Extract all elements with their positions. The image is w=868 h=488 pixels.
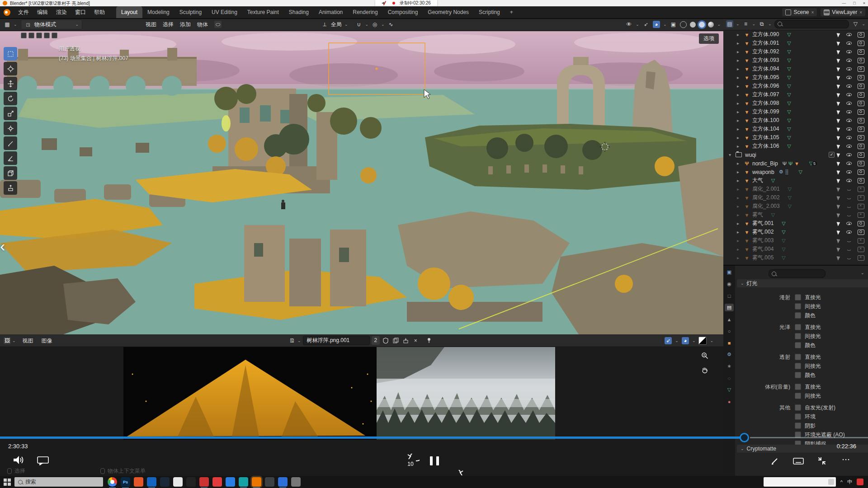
visibility-eye-icon[interactable] — [846, 169, 852, 175]
edit-pencil-button[interactable] — [770, 456, 779, 467]
move-tool[interactable] — [4, 77, 17, 90]
workspace-tab[interactable]: Rendering — [348, 6, 382, 18]
topbar-menu[interactable]: 文件 — [14, 6, 33, 18]
pass-checkbox[interactable] — [795, 422, 801, 429]
scale-tool[interactable] — [4, 107, 17, 120]
viewport-menu[interactable]: 选择 — [163, 21, 174, 28]
zoom-icon[interactable] — [700, 351, 710, 361]
object-name[interactable]: 腐化_2.001 — [752, 185, 780, 193]
outliner-row[interactable]: ▼ Ψ weaponb ΨΨ▼ ⚙⣿ ▽ ✓ — [723, 168, 868, 176]
taskbar-app-icon[interactable] — [186, 477, 196, 487]
selectability-icon[interactable] — [837, 212, 841, 218]
workspace-tab[interactable]: Layout — [116, 6, 142, 18]
visibility-eye-icon[interactable] — [846, 92, 852, 98]
image-editor-menu[interactable]: 图像 — [38, 335, 57, 347]
visibility-eye-icon[interactable] — [846, 40, 852, 46]
expand-caret-icon[interactable] — [729, 152, 735, 157]
workspace-tab[interactable]: Shading — [284, 6, 314, 18]
outliner-row[interactable]: ▼ Ψ 雾气.002 ΨΨ▼ ⚙⣿ ▽ ✓ — [723, 228, 868, 236]
editor-chooser-icon[interactable]: ▣ — [725, 268, 734, 276]
object-name[interactable]: 立方体.106 — [752, 142, 779, 150]
fake-user-shield-icon[interactable] — [382, 337, 390, 345]
selectability-icon[interactable] — [837, 101, 841, 106]
selectability-icon[interactable] — [837, 238, 841, 244]
render-visibility-camera-icon[interactable] — [858, 204, 864, 209]
mode-options-icon[interactable]: ⬭ — [214, 21, 222, 28]
object-name[interactable]: 大气 — [752, 177, 763, 184]
workspace-tab[interactable]: Animation — [314, 6, 348, 18]
properties-tab-icon[interactable]: ∗ — [725, 362, 734, 370]
expand-caret-icon[interactable] — [737, 221, 743, 226]
taskbar-app-icon[interactable] — [199, 477, 209, 487]
ime-candidate-box[interactable] — [764, 477, 836, 487]
editor-type-chevron[interactable]: ⌄ — [14, 22, 17, 27]
pass-checkbox[interactable] — [795, 342, 801, 348]
visibility-eye-icon[interactable] — [846, 109, 852, 115]
window-control-button[interactable]: — — [842, 0, 846, 6]
image-preview[interactable] — [123, 347, 555, 440]
viewlayer-selector[interactable]: ViewLayer × — [821, 8, 865, 16]
selectability-icon[interactable] — [837, 152, 841, 158]
xray-toggle-icon[interactable]: ▣ — [670, 21, 677, 28]
selectability-icon[interactable] — [837, 49, 841, 55]
selectability-icon[interactable] — [837, 127, 841, 132]
options-button[interactable]: 选项 — [699, 33, 719, 44]
window-control-button[interactable]: × — [863, 0, 865, 6]
visibility-eye-icon[interactable] — [846, 255, 852, 261]
pass-checkbox[interactable] — [795, 372, 801, 378]
render-visibility-camera-icon[interactable] — [858, 144, 864, 149]
taskbar-app-icon[interactable] — [173, 477, 183, 487]
filter-funnel-icon[interactable]: ▽ — [852, 20, 859, 28]
object-name[interactable]: 立方体.105 — [752, 134, 779, 141]
visibility-eye-icon[interactable] — [846, 152, 852, 158]
render-visibility-camera-icon[interactable] — [858, 230, 864, 235]
object-name[interactable]: 立方体.097 — [752, 91, 779, 99]
outliner-row[interactable]: ▼ Ψ 立方体.091 ΨΨ▼ ⚙⣿ ▽ ✓ — [723, 39, 868, 47]
pass-checkbox[interactable] — [795, 303, 801, 310]
render-visibility-camera-icon[interactable] — [858, 152, 864, 158]
outliner-row[interactable]: ▼ Ψ 立方体.092 ΨΨ▼ ⚙⣿ ▽ ✓ — [723, 47, 868, 56]
visibility-eye-icon[interactable] — [846, 57, 852, 63]
object-name[interactable]: 雾气.002 — [752, 228, 774, 236]
taskbar-app-icon[interactable] — [147, 477, 156, 487]
exit-fullscreen-button[interactable] — [817, 456, 826, 467]
expand-caret-icon[interactable] — [737, 169, 743, 174]
render-visibility-camera-icon[interactable] — [858, 221, 864, 226]
outliner-row[interactable]: ▼ Ψ 立方体.090 ΨΨ▼ ⚙⣿ ▽ ✓ — [723, 30, 868, 39]
expand-caret-icon[interactable] — [737, 32, 743, 37]
selectability-icon[interactable] — [837, 255, 841, 261]
expand-caret-icon[interactable] — [737, 127, 743, 131]
outliner-row[interactable]: ▼ Ψ 立方体.105 ΨΨ▼ ⚙⣿ ▽ ✓ — [723, 133, 868, 142]
render-visibility-camera-icon[interactable] — [858, 212, 864, 218]
topbar-menu[interactable]: 帮助 — [90, 6, 109, 18]
workspace-tab[interactable]: Compositing — [383, 6, 423, 18]
object-name[interactable]: 雾气.005 — [752, 254, 774, 262]
render-visibility-camera-icon[interactable] — [858, 195, 864, 201]
visibility-eye-icon[interactable] — [846, 135, 852, 141]
remove-viewlayer-icon[interactable]: × — [859, 10, 862, 15]
render-visibility-camera-icon[interactable] — [858, 41, 864, 46]
topbar-menu[interactable]: 窗口 — [71, 6, 90, 18]
visibility-eye-icon[interactable] — [846, 49, 852, 55]
outliner-row[interactable]: ▼ Ψ 雾气.001 ΨΨ▼ ⚙⣿ ▽ ✓ — [723, 219, 868, 228]
outliner-row[interactable]: ▼ Ψ 立方体.106 ΨΨ▼ ⚙⣿ ▽ ✓ — [723, 142, 868, 150]
render-visibility-camera-icon[interactable] — [858, 66, 864, 72]
outliner-row[interactable]: ▼ Ψ 雾气 ΨΨ▼ ⚙⣿ ▽ ✓ — [723, 211, 868, 219]
outliner-collapse-chevron[interactable]: ⌄ — [736, 22, 740, 26]
workspace-tab[interactable]: UV Editing — [207, 6, 242, 18]
video-progress-handle[interactable] — [740, 433, 749, 442]
transform-tool[interactable] — [4, 122, 17, 135]
measure-tool[interactable] — [4, 151, 17, 165]
workspace-tab[interactable]: Geometry Nodes — [423, 6, 474, 18]
extrude-tool[interactable] — [4, 181, 17, 195]
outliner-row[interactable]: ▼ Ψ 雾气.005 ΨΨ▼ ⚙⣿ ▽ ✓ — [723, 253, 868, 262]
render-visibility-camera-icon[interactable] — [858, 255, 864, 261]
filter-image-icon[interactable]: ⧉ — [758, 20, 765, 28]
pass-checkbox[interactable] — [795, 393, 801, 399]
properties-tab-icon[interactable]: ◉ — [725, 280, 734, 288]
selectability-icon[interactable] — [837, 195, 841, 201]
visibility-eye-icon[interactable] — [846, 229, 852, 235]
object-name[interactable]: 腐化_2.003 — [752, 202, 780, 210]
pass-checkbox[interactable] — [795, 312, 801, 319]
collection-checkbox[interactable]: ✓ — [829, 152, 835, 158]
